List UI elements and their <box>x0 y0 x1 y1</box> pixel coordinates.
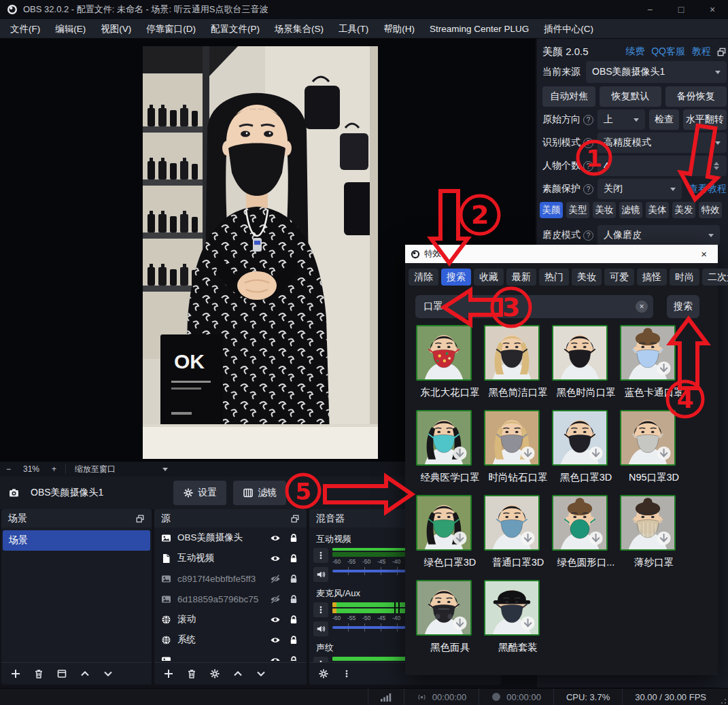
dots-vertical-icon[interactable] <box>313 602 328 617</box>
view-tutorial-link[interactable]: 查看教程 <box>689 183 727 195</box>
protection-select[interactable]: 关闭 <box>597 179 682 199</box>
zoom-in-button[interactable]: + <box>46 464 63 474</box>
effect-item[interactable]: 绿色口罩3D <box>416 495 484 580</box>
menu-item[interactable]: 文件(F) <box>3 19 48 39</box>
eye-off-icon[interactable] <box>269 594 281 604</box>
trash-icon[interactable] <box>30 666 48 682</box>
menu-item[interactable]: 插件中心(C) <box>536 19 601 39</box>
effect-item[interactable]: 东北大花口罩 <box>416 325 484 410</box>
lock-icon[interactable] <box>288 655 300 661</box>
caret-down-icon[interactable] <box>162 468 168 471</box>
effect-item[interactable]: 黑色口罩3D <box>552 410 620 495</box>
source-select[interactable]: OBS美颜摄像头1 <box>586 61 727 83</box>
beauty-tab-美发[interactable]: 美发 <box>672 202 695 218</box>
source-row[interactable]: 滚动 <box>154 609 307 630</box>
lock-icon[interactable] <box>288 615 300 625</box>
restore-default-button[interactable]: 恢复默认 <box>600 86 661 107</box>
menu-item[interactable]: 工具(T) <box>331 19 376 39</box>
source-row[interactable]: 6d18859a5796bc75 <box>154 589 307 609</box>
lock-icon[interactable] <box>288 553 300 564</box>
dots-icon[interactable] <box>338 666 356 682</box>
effects-tab-美妆[interactable]: 美妆 <box>572 269 602 286</box>
effect-thumbnail[interactable] <box>552 325 608 381</box>
panel-icon[interactable] <box>53 666 71 682</box>
beauty-tab-美颜[interactable]: 美颜 <box>540 202 563 218</box>
minimize-button[interactable]: − <box>634 0 665 19</box>
effect-thumbnail[interactable] <box>552 410 608 466</box>
flip-horizontal-button[interactable]: 水平翻转 <box>683 109 727 130</box>
orientation-select[interactable]: 上 <box>597 109 645 130</box>
effects-tab-搞怪[interactable]: 搞怪 <box>637 269 667 286</box>
popout-icon[interactable] <box>290 514 300 523</box>
beauty-tab-滤镜[interactable]: 滤镜 <box>619 202 642 218</box>
effects-tab-可爱[interactable]: 可爱 <box>604 269 634 286</box>
tutorial-link[interactable]: 教程 <box>692 46 711 58</box>
close-button[interactable]: × <box>697 0 728 19</box>
popout-icon[interactable] <box>716 47 727 57</box>
effect-thumbnail[interactable] <box>620 410 676 466</box>
dots-vertical-icon[interactable] <box>313 548 328 563</box>
effect-item[interactable]: 黑色时尚口罩 <box>552 325 620 410</box>
renew-link[interactable]: 续费 <box>625 46 644 58</box>
effect-thumbnail[interactable] <box>484 410 540 466</box>
effect-item[interactable]: 时尚钻石口罩 <box>484 410 552 495</box>
effects-tab-二次元[interactable]: 二次元 <box>702 269 728 286</box>
lock-icon[interactable] <box>288 594 300 604</box>
effect-thumbnail[interactable] <box>416 410 472 466</box>
menu-item[interactable]: 视图(V) <box>93 19 139 39</box>
eye-icon[interactable] <box>269 533 281 543</box>
speaker-icon[interactable] <box>313 567 328 582</box>
effect-item[interactable]: 黑色简洁口罩 <box>484 325 552 410</box>
source-row[interactable]: 互动视频 <box>154 548 307 568</box>
effects-tab-热门[interactable]: 热门 <box>539 269 569 286</box>
eye-icon[interactable] <box>269 553 281 564</box>
scene-item[interactable]: 场景 <box>3 530 150 551</box>
effect-thumbnail[interactable] <box>484 580 540 636</box>
source-row[interactable] <box>154 650 307 661</box>
settings-button[interactable]: 设置 <box>173 481 226 505</box>
source-row[interactable]: c8917f4ebbfbfe5ff3 <box>154 568 307 589</box>
down-icon[interactable] <box>252 666 270 682</box>
gear-icon[interactable] <box>206 666 224 682</box>
effect-thumbnail[interactable] <box>552 495 608 551</box>
autofocus-button[interactable]: 自动对焦 <box>542 86 595 107</box>
beauty-tab-美体[interactable]: 美体 <box>646 202 669 218</box>
beauty-tab-美妆[interactable]: 美妆 <box>593 202 616 218</box>
gear-icon[interactable] <box>315 666 332 682</box>
plus-icon[interactable] <box>160 666 177 682</box>
effect-thumbnail[interactable] <box>620 325 676 381</box>
spinner-arrows[interactable] <box>714 162 721 170</box>
menu-item[interactable]: 场景集合(S) <box>267 19 331 39</box>
beauty-tab-美型[interactable]: 美型 <box>566 202 589 218</box>
filters-button[interactable]: 滤镜 <box>233 481 286 505</box>
clear-search-icon[interactable]: × <box>636 300 648 313</box>
effect-thumbnail[interactable] <box>416 580 472 636</box>
effects-tab-清除[interactable]: 清除 <box>409 269 438 286</box>
speaker-icon[interactable] <box>313 621 328 636</box>
popout-icon[interactable] <box>135 514 145 523</box>
eye-off-icon[interactable] <box>269 574 281 584</box>
help-icon[interactable]: ? <box>583 138 593 148</box>
effect-item[interactable]: 黑色面具 <box>416 580 484 665</box>
search-button[interactable]: 搜索 <box>667 295 699 318</box>
effects-tab-最新[interactable]: 最新 <box>506 269 536 286</box>
menu-item[interactable]: 配置文件(P) <box>203 19 267 39</box>
search-input[interactable] <box>415 295 653 318</box>
down-icon[interactable] <box>99 666 117 682</box>
qq-support-link[interactable]: QQ客服 <box>651 46 685 58</box>
beauty-tab-特效[interactable]: 特效 <box>699 202 722 218</box>
menu-item[interactable]: 编辑(E) <box>48 19 93 39</box>
effect-thumbnail[interactable] <box>484 495 540 551</box>
help-icon[interactable]: ? <box>583 184 593 194</box>
trash-icon[interactable] <box>183 666 201 682</box>
effect-thumbnail[interactable] <box>484 325 540 381</box>
effects-tab-搜索[interactable]: 搜索 <box>441 269 471 286</box>
effect-item[interactable]: 经典医学口罩 <box>416 410 484 495</box>
maximize-button[interactable]: □ <box>665 0 697 19</box>
effect-thumbnail[interactable] <box>620 495 676 551</box>
dialog-close-button[interactable]: × <box>695 248 712 260</box>
effect-item[interactable]: 黑酷套装 <box>484 580 552 665</box>
effect-item[interactable]: N95口罩3D <box>620 410 688 495</box>
recognition-select[interactable]: 高精度模式 <box>597 133 727 153</box>
lock-icon[interactable] <box>288 635 300 645</box>
